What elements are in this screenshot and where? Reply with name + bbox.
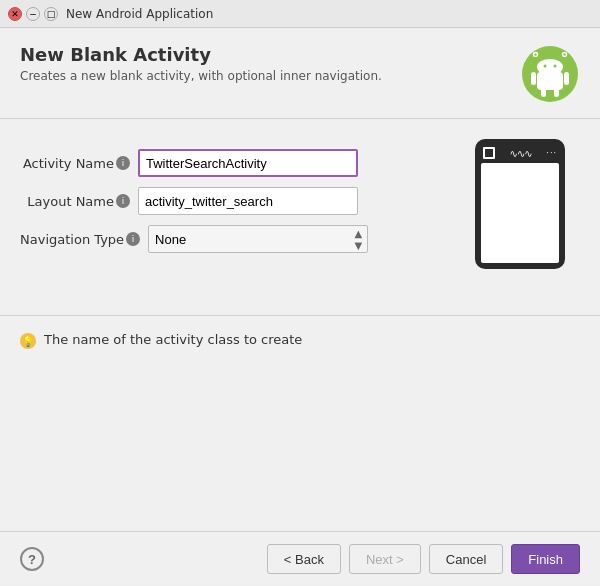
activity-name-info-icon[interactable]: i bbox=[116, 156, 130, 170]
navigation-type-label: Navigation Type i bbox=[20, 232, 140, 247]
minimize-button[interactable]: − bbox=[26, 7, 40, 21]
phone-frame: ∿∿∿ ··· bbox=[475, 139, 565, 269]
back-button[interactable]: < Back bbox=[267, 544, 341, 574]
activity-name-input[interactable] bbox=[138, 149, 358, 177]
bottom-left: ? bbox=[20, 547, 44, 571]
svg-rect-11 bbox=[541, 88, 546, 97]
phone-home-indicator bbox=[483, 147, 495, 159]
phone-wavy-icon: ∿∿∿ bbox=[498, 148, 543, 159]
main-content: New Blank Activity Creates a new blank a… bbox=[0, 28, 600, 586]
bottom-bar: ? < Back Next > Cancel Finish bbox=[0, 531, 600, 586]
page-description: Creates a new blank activity, with optio… bbox=[20, 69, 382, 83]
maximize-button[interactable]: □ bbox=[44, 7, 58, 21]
activity-name-row: Activity Name i bbox=[20, 149, 440, 177]
layout-name-row: Layout Name i bbox=[20, 187, 440, 215]
navigation-type-info-icon[interactable]: i bbox=[126, 232, 140, 246]
cancel-button[interactable]: Cancel bbox=[429, 544, 503, 574]
phone-top-bar: ∿∿∿ ··· bbox=[481, 147, 559, 159]
finish-button[interactable]: Finish bbox=[511, 544, 580, 574]
svg-rect-12 bbox=[554, 88, 559, 97]
layout-name-input[interactable] bbox=[138, 187, 358, 215]
spacer bbox=[0, 365, 600, 531]
header-text: New Blank Activity Creates a new blank a… bbox=[20, 44, 382, 83]
window-title: New Android Application bbox=[66, 7, 213, 21]
navigation-type-select-wrapper: None Tabs Swipe Dropdown ▲ ▼ bbox=[148, 225, 368, 253]
title-bar: ✕ − □ New Android Application bbox=[0, 0, 600, 28]
svg-point-6 bbox=[544, 65, 547, 68]
navigation-type-row: Navigation Type i None Tabs Swipe Dropdo… bbox=[20, 225, 440, 253]
form-fields: Activity Name i Layout Name i Navigation… bbox=[20, 139, 440, 305]
close-button[interactable]: ✕ bbox=[8, 7, 22, 21]
svg-point-4 bbox=[563, 53, 567, 57]
window-controls: ✕ − □ bbox=[8, 7, 58, 21]
navigation-type-select[interactable]: None Tabs Swipe Dropdown bbox=[148, 225, 368, 253]
svg-rect-9 bbox=[531, 72, 536, 85]
phone-screen bbox=[481, 163, 559, 263]
bottom-right: < Back Next > Cancel Finish bbox=[267, 544, 580, 574]
next-button[interactable]: Next > bbox=[349, 544, 421, 574]
activity-name-label: Activity Name i bbox=[20, 156, 130, 171]
layout-name-label: Layout Name i bbox=[20, 194, 130, 209]
header-section: New Blank Activity Creates a new blank a… bbox=[0, 28, 600, 119]
phone-dots-icon: ··· bbox=[546, 149, 557, 158]
svg-point-2 bbox=[534, 53, 538, 57]
form-area: Activity Name i Layout Name i Navigation… bbox=[0, 119, 600, 305]
help-button[interactable]: ? bbox=[20, 547, 44, 571]
svg-rect-10 bbox=[564, 72, 569, 85]
hint-icon: 💡 bbox=[20, 333, 36, 349]
phone-mockup: ∿∿∿ ··· bbox=[460, 139, 580, 305]
svg-rect-8 bbox=[537, 72, 563, 90]
hint-text: The name of the activity class to create bbox=[44, 332, 302, 347]
page-heading: New Blank Activity bbox=[20, 44, 382, 65]
status-area: 💡 The name of the activity class to crea… bbox=[0, 315, 600, 365]
android-logo bbox=[520, 44, 580, 104]
svg-point-7 bbox=[554, 65, 557, 68]
layout-name-info-icon[interactable]: i bbox=[116, 194, 130, 208]
